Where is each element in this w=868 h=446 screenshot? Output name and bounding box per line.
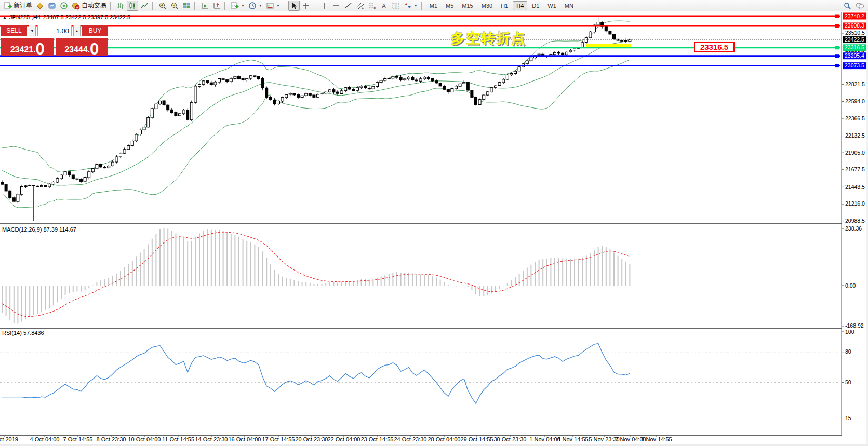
price-axis-tick-label: 21905.0 bbox=[845, 150, 865, 156]
text-icon: A bbox=[380, 2, 388, 10]
price-axis-tick-label: 100 bbox=[845, 329, 854, 335]
charts-button[interactable] bbox=[46, 1, 58, 11]
line-anchor-marker[interactable] bbox=[835, 64, 839, 67]
candlestick bbox=[190, 102, 193, 120]
time-axis-label: 1 Nov 04:00 bbox=[529, 436, 560, 442]
chart-text-annotation[interactable]: 多空转折点 bbox=[451, 29, 526, 48]
vertical-line-icon bbox=[320, 2, 328, 10]
time-axis-label: 20 Oct 23:30 bbox=[296, 436, 328, 442]
candlestick bbox=[526, 61, 528, 64]
one-click-trading-panel: SELL ▼ ▲ BUY 23421.0 23444.0 bbox=[1, 25, 108, 56]
candlestick bbox=[419, 79, 422, 81]
price-callout-label[interactable]: 23316.5 bbox=[694, 42, 735, 52]
vertical-line-tool-button[interactable] bbox=[318, 1, 330, 11]
panel-separator[interactable] bbox=[0, 327, 842, 327]
fibonacci-tool-button[interactable]: F bbox=[366, 1, 378, 11]
text-label-icon: T bbox=[392, 2, 400, 10]
auto-trading-label: 自动交易 bbox=[82, 1, 106, 10]
volume-input[interactable] bbox=[37, 25, 72, 36]
candlestick bbox=[76, 179, 78, 179]
candlestick-mode-button[interactable] bbox=[127, 1, 138, 11]
candlestick bbox=[258, 76, 260, 78]
templates-button[interactable]: ▼ bbox=[264, 1, 282, 11]
price-axis-value-label: 23073.5 bbox=[845, 62, 864, 69]
zoom-out-button[interactable] bbox=[169, 1, 180, 11]
text-label-tool-button[interactable]: T bbox=[390, 1, 402, 11]
timeframe-m1-button[interactable]: M1 bbox=[426, 1, 441, 10]
sell-price-button[interactable]: 23421.0 bbox=[1, 38, 54, 56]
candlestick bbox=[589, 32, 592, 38]
line-anchor-marker[interactable] bbox=[835, 46, 839, 49]
horizontal-line-tool-button[interactable] bbox=[330, 1, 342, 11]
sell-price-main: 23421 bbox=[10, 46, 34, 54]
arrows-tool-button[interactable]: ▼ bbox=[402, 1, 419, 11]
chart-canvas[interactable]: 23510.523283.022821.522594.022366.522132… bbox=[0, 12, 868, 446]
volume-decrease-button[interactable]: ▼ bbox=[29, 25, 36, 36]
candlestick bbox=[372, 86, 375, 89]
candlestick bbox=[9, 191, 11, 198]
crosshair-tool-button[interactable] bbox=[300, 1, 312, 11]
timeframe-w1-button[interactable]: W1 bbox=[544, 1, 560, 10]
time-axis-label: 11 Oct 14:55 bbox=[162, 436, 194, 442]
candlestick bbox=[356, 88, 359, 90]
auto-trading-button[interactable]: 自动交易 bbox=[70, 1, 108, 11]
line-anchor-marker[interactable] bbox=[835, 24, 839, 28]
time-axis[interactable]: 3 Oct 20194 Oct 04:007 Oct 14:558 Oct 23… bbox=[0, 436, 868, 444]
dropdown-caret-icon: ▼ bbox=[276, 4, 280, 7]
candlestick bbox=[194, 86, 197, 102]
timeframe-m5-button[interactable]: M5 bbox=[442, 1, 457, 10]
volume-increase-button[interactable]: ▲ bbox=[73, 25, 81, 36]
zoom-in-icon bbox=[158, 2, 167, 10]
line-chart-mode-button[interactable] bbox=[139, 1, 150, 11]
timeframe-mn-button[interactable]: MN bbox=[561, 1, 577, 10]
indicators-button[interactable]: ▼ bbox=[229, 1, 246, 11]
chart-shift-button[interactable] bbox=[211, 1, 222, 11]
panel-separator[interactable] bbox=[0, 435, 842, 436]
panel-separator[interactable] bbox=[0, 328, 842, 329]
timeframe-m15-button[interactable]: M15 bbox=[458, 1, 476, 10]
cursor-tool-button[interactable] bbox=[288, 1, 300, 11]
chat-icon bbox=[855, 2, 864, 10]
chat-button[interactable] bbox=[853, 1, 866, 11]
search-button[interactable] bbox=[842, 1, 853, 11]
candlestick bbox=[281, 97, 284, 101]
candlestick bbox=[510, 74, 513, 75]
candlestick bbox=[273, 100, 276, 104]
candlestick bbox=[554, 52, 556, 55]
candlestick bbox=[557, 52, 560, 53]
timeframe-h1-button[interactable]: H1 bbox=[497, 1, 512, 10]
time-axis-label: 24 Oct 23:30 bbox=[394, 436, 427, 442]
candlestick bbox=[348, 87, 351, 89]
bar-chart-mode-button[interactable] bbox=[115, 1, 126, 11]
candlestick bbox=[435, 81, 438, 83]
tile-windows-button[interactable] bbox=[181, 1, 192, 11]
buy-button[interactable]: BUY bbox=[82, 25, 108, 36]
candlestick bbox=[565, 52, 568, 55]
periods-button[interactable]: ▼ bbox=[247, 1, 264, 11]
candlestick bbox=[439, 83, 442, 86]
panel-separator[interactable] bbox=[0, 223, 842, 224]
trading-terminal-window: { "toolbar": { "new_order_label": "新订单",… bbox=[0, 0, 868, 446]
auto-scroll-button[interactable] bbox=[199, 1, 210, 11]
candlestick bbox=[376, 83, 379, 87]
line-anchor-marker[interactable] bbox=[835, 15, 839, 18]
timeframe-m30-button[interactable]: M30 bbox=[478, 1, 496, 10]
trendline-tool-button[interactable] bbox=[342, 1, 354, 11]
timeframe-d1-button[interactable]: D1 bbox=[528, 1, 543, 10]
new-order-button[interactable]: 新订单 bbox=[2, 1, 34, 11]
signals-button[interactable] bbox=[58, 1, 70, 11]
panel-separator[interactable] bbox=[0, 225, 842, 225]
channel-tool-button[interactable]: E bbox=[354, 1, 366, 11]
zoom-in-button[interactable] bbox=[157, 1, 168, 11]
price-axis-tick-label: 22821.5 bbox=[845, 81, 865, 87]
crosshair-icon bbox=[302, 2, 310, 10]
new-order-icon bbox=[4, 2, 12, 10]
buy-price-button[interactable]: 23444.0 bbox=[56, 38, 109, 56]
indicators-icon bbox=[231, 2, 239, 10]
toolbar-separator bbox=[224, 2, 227, 10]
text-tool-button[interactable]: A bbox=[378, 1, 390, 11]
quotes-button[interactable] bbox=[34, 1, 46, 11]
sell-button[interactable]: SELL bbox=[1, 25, 27, 36]
line-anchor-marker[interactable] bbox=[835, 54, 839, 58]
timeframe-h4-button[interactable]: H4 bbox=[513, 1, 527, 10]
